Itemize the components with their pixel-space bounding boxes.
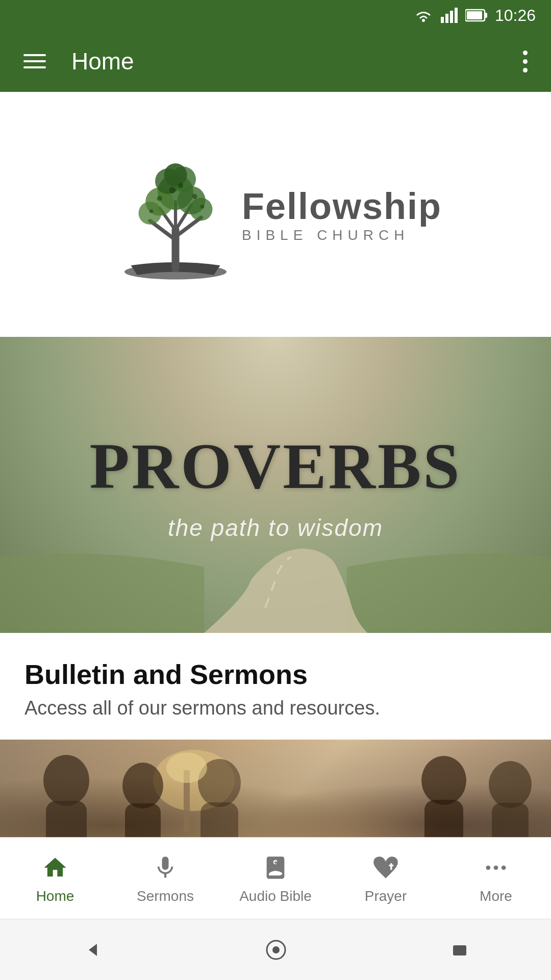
svg-rect-3 [450,11,453,23]
svg-point-27 [149,209,154,213]
status-icons: 10:26 [413,6,536,25]
status-time: 10:26 [495,6,536,25]
nav-item-more[interactable]: More [441,847,551,910]
battery-icon [465,8,488,22]
nav-label-home: Home [36,888,74,904]
overflow-button[interactable] [518,45,533,78]
audio-bible-icon: ✝ [260,852,291,883]
nav-item-sermons[interactable]: Sermons [110,847,220,910]
logo-section: Fellowship BIBLE CHURCH [0,92,551,337]
banner-title: PROVERBS [90,429,462,504]
content-section: Bulletin and Sermons Access all of our s… [0,633,551,740]
svg-point-26 [192,194,197,199]
wifi-icon [413,8,434,23]
svg-point-49 [272,946,280,953]
nav-item-audio-bible[interactable]: ✝ Audio Bible [220,847,331,910]
svg-point-18 [138,202,161,225]
bulletin-subtitle: Access all of our sermons and resources. [24,697,527,719]
svg-point-38 [166,752,207,783]
svg-rect-6 [467,11,482,19]
svg-rect-50 [453,945,466,955]
android-home-button[interactable] [265,939,287,961]
svg-point-25 [157,196,162,201]
nav-item-home[interactable]: Home [0,847,110,910]
home-icon [40,852,70,883]
nav-label-prayer: Prayer [365,888,407,904]
svg-point-19 [189,198,212,221]
signal-icon [441,8,458,23]
android-recents-button[interactable] [450,940,469,960]
android-nav [0,919,551,980]
svg-point-23 [169,187,176,193]
svg-point-46 [502,865,506,870]
logo-text: Fellowship BIBLE CHURCH [242,185,442,243]
svg-point-45 [494,865,498,870]
svg-point-39 [421,756,466,805]
svg-point-31 [43,755,89,806]
bulletin-title: Bulletin and Sermons [24,658,527,690]
svg-point-33 [122,763,163,808]
more-icon [481,852,511,883]
svg-point-24 [178,183,183,188]
app-title: Home [71,47,497,75]
logo-bible-church: BIBLE CHURCH [242,227,442,243]
banner-subtitle: the path to wisdom [168,514,383,542]
svg-rect-1 [441,17,444,23]
svg-rect-4 [455,8,458,23]
svg-marker-47 [89,944,97,956]
bottom-nav: Home Sermons ✝ Audio Bible Prayer [0,837,551,919]
svg-point-0 [422,19,425,22]
nav-label-audio-bible: Audio Bible [239,888,312,904]
nav-label-sermons: Sermons [137,888,194,904]
app-bar: Home [0,31,551,92]
svg-rect-2 [445,14,448,23]
menu-button[interactable] [18,49,51,74]
status-bar: 10:26 [0,0,551,31]
nav-label-more: More [480,888,512,904]
banner-section[interactable]: PROVERBS the path to wisdom [0,337,551,633]
logo-tree-icon [109,138,242,291]
android-back-button[interactable] [82,940,102,960]
svg-rect-7 [485,13,487,18]
logo-fellowship: Fellowship [242,185,442,227]
nav-item-prayer[interactable]: Prayer [331,847,441,910]
svg-point-28 [201,205,205,209]
svg-point-41 [489,761,532,808]
logo-container: Fellowship BIBLE CHURCH [109,138,442,291]
sermons-icon [150,852,181,883]
svg-point-22 [164,163,187,186]
svg-point-44 [486,865,491,870]
prayer-icon [370,852,401,883]
svg-text:✝: ✝ [273,859,279,867]
